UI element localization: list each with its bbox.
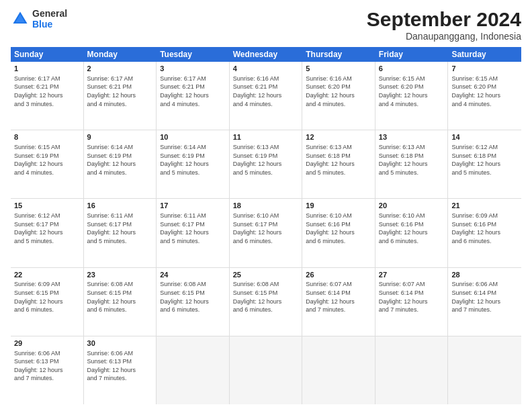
day-number: 29	[14, 338, 80, 349]
header-friday: Friday	[375, 47, 449, 62]
table-row: 24Sunrise: 6:08 AMSunset: 6:15 PMDayligh…	[157, 268, 230, 336]
day-info: Sunrise: 6:13 AMSunset: 6:18 PMDaylight:…	[379, 143, 445, 177]
day-info: Sunrise: 6:06 AMSunset: 6:14 PMDaylight:…	[451, 280, 518, 314]
day-number: 3	[160, 64, 226, 74]
day-info: Sunrise: 6:14 AMSunset: 6:19 PMDaylight:…	[87, 143, 153, 177]
table-row: 20Sunrise: 6:10 AMSunset: 6:16 PMDayligh…	[375, 199, 449, 267]
day-info: Sunrise: 6:17 AMSunset: 6:21 PMDaylight:…	[160, 75, 226, 108]
day-number: 6	[379, 64, 445, 74]
day-number: 13	[379, 132, 445, 142]
day-number: 17	[160, 201, 226, 211]
table-row: 5Sunrise: 6:16 AMSunset: 6:20 PMDaylight…	[302, 62, 375, 130]
day-info: Sunrise: 6:15 AMSunset: 6:20 PMDaylight:…	[451, 75, 518, 108]
day-info: Sunrise: 6:08 AMSunset: 6:15 PMDaylight:…	[233, 280, 299, 314]
logo-text: General Blue	[32, 8, 67, 30]
day-number: 4	[233, 64, 299, 74]
table-row: 19Sunrise: 6:10 AMSunset: 6:16 PMDayligh…	[302, 199, 375, 267]
table-row: 30Sunrise: 6:06 AMSunset: 6:13 PMDayligh…	[84, 336, 157, 404]
day-number: 23	[87, 270, 153, 280]
header-monday: Monday	[84, 47, 157, 62]
calendar-week-1: 1Sunrise: 6:17 AMSunset: 6:21 PMDaylight…	[11, 62, 521, 130]
table-row: 22Sunrise: 6:09 AMSunset: 6:15 PMDayligh…	[11, 268, 84, 336]
table-row: 11Sunrise: 6:13 AMSunset: 6:19 PMDayligh…	[230, 130, 303, 198]
table-row	[157, 336, 230, 404]
day-number: 27	[379, 270, 445, 280]
table-row: 10Sunrise: 6:14 AMSunset: 6:19 PMDayligh…	[157, 130, 230, 198]
day-info: Sunrise: 6:13 AMSunset: 6:19 PMDaylight:…	[233, 143, 299, 177]
day-info: Sunrise: 6:07 AMSunset: 6:14 PMDaylight:…	[379, 280, 445, 314]
day-number: 22	[14, 270, 80, 280]
day-info: Sunrise: 6:15 AMSunset: 6:20 PMDaylight:…	[379, 75, 445, 108]
table-row: 4Sunrise: 6:16 AMSunset: 6:21 PMDaylight…	[230, 62, 303, 130]
day-number: 20	[379, 201, 445, 211]
day-info: Sunrise: 6:11 AMSunset: 6:17 PMDaylight:…	[87, 212, 153, 245]
day-info: Sunrise: 6:16 AMSunset: 6:21 PMDaylight:…	[233, 75, 299, 108]
day-number: 19	[306, 201, 371, 211]
header: General Blue September 2024 Danaupanggan…	[11, 8, 521, 42]
header-thursday: Thursday	[302, 47, 375, 62]
day-info: Sunrise: 6:06 AMSunset: 6:13 PMDaylight:…	[14, 349, 80, 383]
calendar-week-2: 8Sunrise: 6:15 AMSunset: 6:19 PMDaylight…	[11, 130, 521, 199]
header-saturday: Saturday	[448, 47, 521, 62]
day-info: Sunrise: 6:09 AMSunset: 6:15 PMDaylight:…	[14, 280, 80, 314]
day-info: Sunrise: 6:14 AMSunset: 6:19 PMDaylight:…	[160, 143, 226, 177]
table-row	[302, 336, 375, 404]
day-number: 8	[14, 132, 80, 142]
day-number: 10	[160, 132, 226, 142]
day-info: Sunrise: 6:17 AMSunset: 6:21 PMDaylight:…	[87, 75, 153, 108]
location-title: Danaupanggang, Indonesia	[367, 31, 521, 42]
day-info: Sunrise: 6:16 AMSunset: 6:20 PMDaylight:…	[306, 75, 371, 108]
table-row: 12Sunrise: 6:13 AMSunset: 6:18 PMDayligh…	[302, 130, 375, 198]
table-row: 17Sunrise: 6:11 AMSunset: 6:17 PMDayligh…	[157, 199, 230, 267]
day-info: Sunrise: 6:08 AMSunset: 6:15 PMDaylight:…	[160, 280, 226, 314]
day-info: Sunrise: 6:10 AMSunset: 6:16 PMDaylight:…	[306, 212, 371, 245]
calendar-header: Sunday Monday Tuesday Wednesday Thursday…	[11, 47, 521, 62]
day-number: 26	[306, 270, 371, 280]
day-info: Sunrise: 6:12 AMSunset: 6:18 PMDaylight:…	[451, 143, 518, 177]
table-row: 23Sunrise: 6:08 AMSunset: 6:15 PMDayligh…	[84, 268, 157, 336]
day-info: Sunrise: 6:10 AMSunset: 6:17 PMDaylight:…	[233, 212, 299, 245]
table-row: 21Sunrise: 6:09 AMSunset: 6:16 PMDayligh…	[448, 199, 521, 267]
day-number: 2	[87, 64, 153, 74]
day-info: Sunrise: 6:10 AMSunset: 6:16 PMDaylight:…	[379, 212, 445, 245]
table-row: 14Sunrise: 6:12 AMSunset: 6:18 PMDayligh…	[448, 130, 521, 198]
day-number: 15	[14, 201, 80, 211]
day-info: Sunrise: 6:08 AMSunset: 6:15 PMDaylight:…	[87, 280, 153, 314]
day-number: 1	[14, 64, 80, 74]
table-row: 8Sunrise: 6:15 AMSunset: 6:19 PMDaylight…	[11, 130, 84, 198]
day-info: Sunrise: 6:06 AMSunset: 6:13 PMDaylight:…	[87, 349, 153, 383]
header-tuesday: Tuesday	[157, 47, 230, 62]
calendar-week-4: 22Sunrise: 6:09 AMSunset: 6:15 PMDayligh…	[11, 268, 521, 336]
day-info: Sunrise: 6:13 AMSunset: 6:18 PMDaylight:…	[306, 143, 371, 177]
table-row: 3Sunrise: 6:17 AMSunset: 6:21 PMDaylight…	[157, 62, 230, 130]
day-number: 28	[451, 270, 518, 280]
table-row: 28Sunrise: 6:06 AMSunset: 6:14 PMDayligh…	[448, 268, 521, 336]
calendar: Sunday Monday Tuesday Wednesday Thursday…	[11, 47, 521, 404]
table-row: 27Sunrise: 6:07 AMSunset: 6:14 PMDayligh…	[375, 268, 449, 336]
table-row: 16Sunrise: 6:11 AMSunset: 6:17 PMDayligh…	[84, 199, 157, 267]
day-info: Sunrise: 6:12 AMSunset: 6:17 PMDaylight:…	[14, 212, 80, 245]
table-row: 9Sunrise: 6:14 AMSunset: 6:19 PMDaylight…	[84, 130, 157, 198]
table-row: 15Sunrise: 6:12 AMSunset: 6:17 PMDayligh…	[11, 199, 84, 267]
day-number: 21	[451, 201, 518, 211]
day-info: Sunrise: 6:09 AMSunset: 6:16 PMDaylight:…	[451, 212, 518, 245]
header-sunday: Sunday	[11, 47, 84, 62]
day-number: 16	[87, 201, 153, 211]
day-number: 9	[87, 132, 153, 142]
table-row: 29Sunrise: 6:06 AMSunset: 6:13 PMDayligh…	[11, 336, 84, 404]
day-info: Sunrise: 6:11 AMSunset: 6:17 PMDaylight:…	[160, 212, 226, 245]
page: General Blue September 2024 Danaupanggan…	[0, 0, 532, 411]
table-row: 6Sunrise: 6:15 AMSunset: 6:20 PMDaylight…	[375, 62, 449, 130]
calendar-week-5: 29Sunrise: 6:06 AMSunset: 6:13 PMDayligh…	[11, 336, 521, 404]
month-title: September 2024	[367, 8, 521, 31]
table-row: 2Sunrise: 6:17 AMSunset: 6:21 PMDaylight…	[84, 62, 157, 130]
day-number: 12	[306, 132, 371, 142]
day-number: 14	[451, 132, 518, 142]
table-row	[375, 336, 449, 404]
logo: General Blue	[11, 8, 67, 30]
header-wednesday: Wednesday	[230, 47, 303, 62]
day-info: Sunrise: 6:15 AMSunset: 6:19 PMDaylight:…	[14, 143, 80, 177]
title-block: September 2024 Danaupanggang, Indonesia	[367, 8, 521, 42]
day-number: 24	[160, 270, 226, 280]
table-row: 7Sunrise: 6:15 AMSunset: 6:20 PMDaylight…	[448, 62, 521, 130]
